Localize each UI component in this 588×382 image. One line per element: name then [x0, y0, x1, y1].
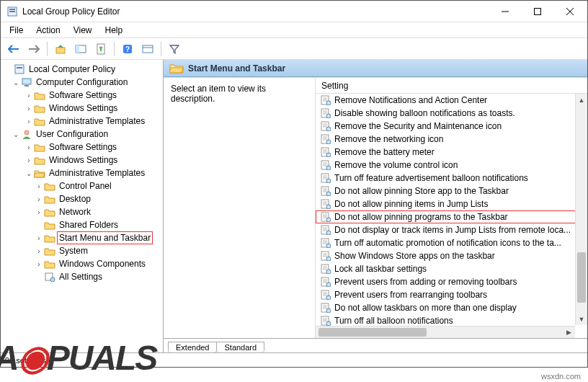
folder-icon [44, 193, 55, 205]
policy-icon [320, 303, 331, 313]
settings-icon [44, 271, 55, 283]
list-item[interactable]: Do not allow pinning Store app to the Ta… [316, 185, 587, 197]
folder-icon [34, 154, 45, 166]
toolbar-separator [161, 42, 161, 56]
tree-uc-windows[interactable]: ›Windows Settings [2, 154, 161, 166]
list-item-label: Prevent users from rearranging toolbars [334, 290, 487, 300]
menu-view[interactable]: View [68, 24, 98, 37]
scroll-thumb[interactable] [318, 328, 427, 337]
policy-icon [320, 95, 331, 105]
maximize-button[interactable] [521, 1, 553, 22]
tab-standard[interactable]: Standard [216, 342, 264, 352]
list-item[interactable]: Turn off feature advertisement balloon n… [316, 172, 587, 185]
detail-panes: Select an item to view its description. … [164, 77, 587, 338]
vertical-scrollbar[interactable]: ▲ ▼ [575, 94, 587, 325]
show-hide-tree-button[interactable] [72, 40, 89, 58]
forward-button[interactable] [25, 40, 43, 58]
scroll-thumb[interactable] [577, 252, 586, 303]
list-item-label: Do not allow pinning programs to the Tas… [334, 212, 508, 222]
tree-pane[interactable]: ▸Local Computer Policy ⌄Computer Configu… [1, 60, 164, 352]
list-item[interactable]: Disable showing balloon notifications as… [316, 107, 587, 120]
tree-start-menu-taskbar[interactable]: ›Start Menu and Taskbar [2, 231, 161, 244]
tree-root[interactable]: ▸Local Computer Policy [2, 63, 161, 76]
policy-icon [320, 121, 331, 131]
list-item[interactable]: Do not allow pinning items in Jump Lists [316, 197, 587, 210]
minimize-button[interactable] [489, 1, 521, 22]
export-list-button[interactable] [92, 40, 110, 58]
list-item[interactable]: Remove the Security and Maintenance icon [316, 120, 587, 133]
scroll-right-icon[interactable]: ▶ [563, 327, 575, 338]
tree-uc-admin[interactable]: ⌄Administrative Templates [2, 166, 161, 179]
scroll-down-icon[interactable]: ▼ [576, 313, 587, 325]
folder-open-icon [34, 167, 45, 179]
svg-rect-1 [9, 9, 15, 10]
tree-user-config[interactable]: ⌄User Configuration [2, 128, 161, 141]
list-item[interactable]: Do not allow taskbars on more than one d… [316, 301, 587, 314]
list-item[interactable]: Remove the networking icon [316, 133, 587, 146]
list-body[interactable]: Remove Notifications and Action CenterDi… [316, 94, 587, 338]
folder-header: Start Menu and Taskbar [164, 60, 587, 77]
svg-point-31 [326, 114, 331, 118]
tree-shared-folders[interactable]: ›Shared Folders [2, 218, 161, 231]
list-item[interactable]: Prevent users from adding or removing to… [316, 275, 587, 288]
tree-desktop[interactable]: ›Desktop [2, 192, 161, 205]
menu-help[interactable]: Help [99, 24, 129, 37]
svg-point-19 [24, 130, 29, 135]
column-header-setting[interactable]: Setting [316, 78, 587, 94]
tree-computer-config[interactable]: ⌄Computer Configuration [2, 76, 161, 89]
list-item[interactable]: Remove the volume control icon [316, 159, 587, 172]
up-button[interactable] [52, 40, 69, 58]
scroll-up-icon[interactable]: ▲ [576, 94, 587, 106]
policy-icon [320, 251, 331, 261]
policy-icon [320, 186, 331, 196]
svg-point-96 [326, 283, 331, 287]
folder-icon [44, 245, 55, 257]
svg-rect-13 [143, 45, 153, 53]
policy-icon [320, 277, 331, 287]
list-item[interactable]: Lock all taskbar settings [316, 262, 587, 275]
policy-icon [320, 160, 331, 170]
list-item[interactable]: Do not display or track items in Jump Li… [316, 223, 587, 236]
watermark-text: wsxdn.com [541, 372, 581, 381]
app-icon [6, 6, 18, 17]
horizontal-scrollbar[interactable]: ◀ ▶ [316, 326, 575, 338]
close-button[interactable] [553, 1, 586, 22]
tree-cc-software[interactable]: ›Software Settings [2, 89, 161, 102]
list-item[interactable]: Do not allow pinning programs to the Tas… [316, 210, 587, 223]
toolbar-separator [114, 42, 115, 56]
filter-button[interactable] [166, 40, 183, 58]
svg-rect-15 [15, 65, 24, 74]
menu-file[interactable]: File [4, 24, 29, 37]
description-prompt: Select an item to view its description. [171, 84, 266, 104]
title-bar: Local Group Policy Editor [1, 1, 587, 22]
svg-point-36 [326, 127, 331, 131]
tree-cc-admin[interactable]: ›Administrative Templates [2, 115, 161, 128]
list-item[interactable]: Remove the battery meter [316, 146, 587, 159]
tree-windows-components[interactable]: ›Windows Components [2, 257, 161, 270]
properties-button[interactable] [139, 40, 156, 58]
back-button[interactable] [5, 40, 22, 58]
svg-point-26 [326, 101, 331, 105]
tree-system[interactable]: ›System [2, 244, 161, 257]
status-bar: 96 setting(s) [1, 352, 587, 367]
tree-control-panel[interactable]: ›Control Panel [2, 179, 161, 192]
list-item[interactable]: Turn off automatic promotion of notifica… [316, 236, 587, 249]
policy-icon [320, 225, 331, 235]
svg-rect-2 [9, 11, 15, 12]
folder-icon [44, 206, 55, 218]
menu-action[interactable]: Action [30, 24, 66, 37]
tree-uc-software[interactable]: ›Software Settings [2, 141, 161, 154]
tree-all-settings[interactable]: ›All Settings [2, 270, 161, 283]
svg-point-91 [326, 270, 331, 274]
list-item[interactable]: Remove Notifications and Action Center [316, 94, 587, 107]
view-tabs: Extended Standard [164, 338, 587, 352]
tab-extended[interactable]: Extended [168, 342, 217, 352]
list-item[interactable]: Prevent users from rearranging toolbars [316, 288, 587, 301]
tree-cc-windows[interactable]: ›Windows Settings [2, 102, 161, 115]
folder-icon [34, 89, 45, 101]
tree-network[interactable]: ›Network [2, 205, 161, 218]
toolbar-separator [47, 42, 48, 56]
list-item[interactable]: Show Windows Store apps on the taskbar [316, 249, 587, 262]
help-button[interactable]: ? [119, 40, 136, 58]
list-item-label: Show Windows Store apps on the taskbar [334, 251, 495, 261]
